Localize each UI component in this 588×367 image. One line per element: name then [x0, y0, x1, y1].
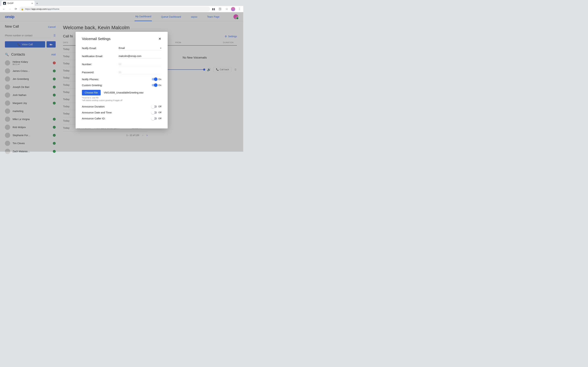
- notification-email-label: Notification Email:: [82, 55, 119, 58]
- custom-greeting-state: On: [158, 84, 161, 86]
- notification-email-input[interactable]: [119, 54, 161, 58]
- close-icon[interactable]: ✕: [158, 37, 161, 41]
- favicon-icon: ◧: [3, 2, 6, 5]
- back-button[interactable]: ←: [1, 7, 6, 12]
- address-bar[interactable]: 🔒 https://app.onsip.com/app/#/home: [19, 7, 210, 12]
- forward-button[interactable]: →: [7, 7, 12, 12]
- custom-greeting-toggle[interactable]: On: [152, 84, 161, 86]
- browser-toolbar: ← → ⟳ 🔒 https://app.onsip.com/app/#/home…: [0, 6, 243, 12]
- custom-greeting-label: Custom Greeting:: [82, 84, 103, 87]
- key-icon[interactable]: ⚿: [218, 7, 223, 12]
- greeting-file-name: VM/14308_UnavailableGreeting.wav: [104, 91, 144, 94]
- modal-title: Voicemail Settings: [82, 37, 110, 41]
- reload-button[interactable]: ⟳: [13, 7, 18, 12]
- fine-print: *must be a .wav file *will delete existi…: [82, 96, 161, 102]
- announce-duration-toggle[interactable]: Off: [152, 105, 161, 108]
- voicemail-settings-modal: Voicemail Settings ✕ Notify Email: Email…: [76, 32, 168, 128]
- number-label: Number:: [82, 63, 119, 66]
- star-icon[interactable]: ☆: [224, 7, 229, 12]
- password-field[interactable]: •••: [119, 70, 161, 75]
- notify-phones-state: On: [158, 78, 161, 81]
- profile-avatar[interactable]: [231, 7, 235, 11]
- notify-phones-label: Notify Phones:: [82, 78, 99, 81]
- lock-icon: 🔒: [21, 8, 24, 10]
- announce-datetime-state: Off: [158, 111, 161, 114]
- announce-duration-label: Announce Duration:: [82, 105, 105, 108]
- menu-icon[interactable]: ⋮: [237, 7, 242, 12]
- app-root: onsip My Dashboard Queue Dashboard sayso…: [0, 12, 243, 152]
- password-label: Password:: [82, 71, 119, 74]
- new-tab-button[interactable]: +: [35, 1, 40, 6]
- announce-duration-state: Off: [158, 105, 161, 108]
- tab-title: OnSIP: [7, 2, 13, 5]
- announce-callerid-state: Off: [158, 117, 161, 120]
- notify-email-select[interactable]: Email ▾: [119, 46, 161, 50]
- browser-tab[interactable]: ◧ OnSIP ×: [1, 1, 35, 6]
- notify-email-label: Notify Email:: [82, 47, 119, 50]
- browser-chrome: ◧ OnSIP × + ← → ⟳ 🔒 https://app.onsip.co…: [0, 0, 243, 12]
- close-tab-icon[interactable]: ×: [32, 2, 33, 5]
- tab-strip: ◧ OnSIP × +: [0, 0, 243, 6]
- announce-callerid-label: Announce Caller ID:: [82, 117, 105, 120]
- notify-email-value: Email: [119, 47, 125, 50]
- choose-file-button[interactable]: Choose File: [82, 90, 101, 95]
- announce-datetime-label: Announce Date and Time:: [82, 111, 112, 114]
- camera-icon[interactable]: ▮▮: [211, 7, 216, 12]
- url-text: https://app.onsip.com/app/#/home: [25, 8, 59, 10]
- announce-callerid-toggle[interactable]: Off: [152, 117, 161, 120]
- chevron-down-icon: ▾: [160, 47, 161, 50]
- number-field[interactable]: •••: [119, 62, 161, 67]
- notify-phones-toggle[interactable]: On: [152, 78, 161, 81]
- announce-datetime-toggle[interactable]: Off: [152, 111, 161, 114]
